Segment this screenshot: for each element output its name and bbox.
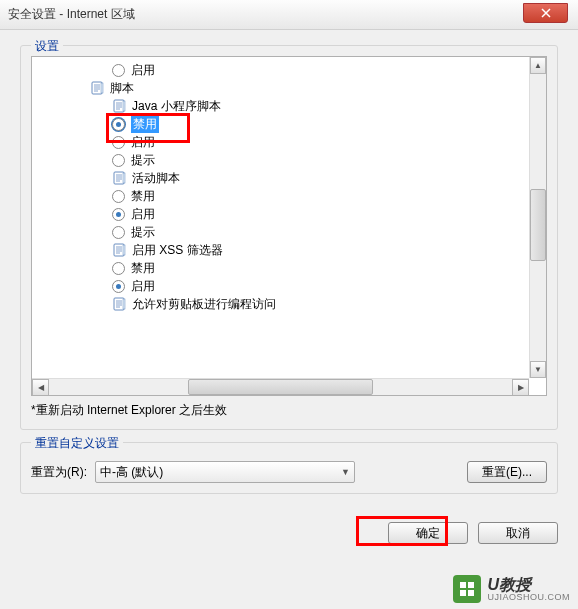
scroll-right-button[interactable]: ▶ (512, 379, 529, 396)
reset-legend: 重置自定义设置 (31, 435, 123, 452)
tree-row: 允许对剪贴板进行编程访问 (32, 295, 546, 313)
chevron-down-icon: ▼ (341, 467, 350, 477)
watermark-main: U教授 (487, 577, 570, 593)
radio-11[interactable] (112, 262, 125, 275)
reset-row: 重置为(R): 中-高 (默认) ▼ 重置(E)... (31, 453, 547, 483)
settings-tree: 启用脚本Java 小程序脚本禁用启用提示活动脚本禁用启用提示启用 XSS 筛选器… (31, 56, 547, 396)
reset-level-combo[interactable]: 中-高 (默认) ▼ (95, 461, 355, 483)
dialog-buttons: 确定 取消 (0, 516, 578, 556)
item-label: 启用 (131, 278, 155, 295)
script-icon (112, 98, 128, 114)
radio-0[interactable] (112, 64, 125, 77)
dialog-body: 设置 启用脚本Java 小程序脚本禁用启用提示活动脚本禁用启用提示启用 XSS … (0, 30, 578, 516)
item-label: 启用 (131, 62, 155, 79)
scroll-down-button[interactable]: ▼ (530, 361, 546, 378)
svg-rect-8 (114, 298, 124, 310)
svg-rect-9 (123, 299, 125, 309)
scroll-track[interactable] (530, 74, 546, 361)
hscroll-thumb[interactable] (188, 379, 373, 395)
horizontal-scrollbar[interactable]: ◀ ▶ (32, 378, 529, 395)
close-icon (541, 8, 551, 18)
script-icon (112, 242, 128, 258)
settings-fieldset: 设置 启用脚本Java 小程序脚本禁用启用提示活动脚本禁用启用提示启用 XSS … (20, 45, 558, 430)
svg-rect-4 (114, 172, 124, 184)
svg-rect-7 (123, 245, 125, 255)
combo-value: 中-高 (默认) (100, 464, 163, 481)
scroll-up-button[interactable]: ▲ (530, 57, 546, 74)
item-label: Java 小程序脚本 (132, 98, 221, 115)
radio-3[interactable] (112, 118, 125, 131)
svg-rect-6 (114, 244, 124, 256)
watermark-sub: UJIAOSHOU.COM (487, 593, 570, 602)
settings-legend: 设置 (31, 38, 63, 55)
tree-row: Java 小程序脚本 (32, 97, 546, 115)
tree-row[interactable]: 禁用 (32, 187, 546, 205)
tree-row: 启用 XSS 筛选器 (32, 241, 546, 259)
scroll-left-button[interactable]: ◀ (32, 379, 49, 396)
tree-row[interactable]: 提示 (32, 223, 546, 241)
reset-fieldset: 重置自定义设置 重置为(R): 中-高 (默认) ▼ 重置(E)... (20, 442, 558, 494)
item-label: 启用 (131, 134, 155, 151)
reset-button[interactable]: 重置(E)... (467, 461, 547, 483)
reset-label: 重置为(R): (31, 464, 87, 481)
windows-icon (459, 581, 475, 597)
item-label: 允许对剪贴板进行编程访问 (132, 296, 276, 313)
window-title: 安全设置 - Internet 区域 (8, 6, 135, 23)
svg-rect-3 (123, 101, 125, 111)
watermark-text: U教授 UJIAOSHOU.COM (487, 577, 570, 602)
item-label: 提示 (131, 224, 155, 241)
close-button[interactable] (523, 3, 568, 23)
svg-rect-1 (101, 83, 103, 93)
svg-rect-11 (468, 582, 474, 588)
radio-12[interactable] (112, 280, 125, 293)
script-icon (112, 296, 128, 312)
tree-row[interactable]: 禁用 (32, 115, 546, 133)
item-label: 脚本 (110, 80, 134, 97)
svg-rect-10 (460, 582, 466, 588)
watermark-badge (453, 575, 481, 603)
tree-row: 活动脚本 (32, 169, 546, 187)
tree-row: 脚本 (32, 79, 546, 97)
item-label: 禁用 (131, 188, 155, 205)
script-icon (112, 170, 128, 186)
radio-4[interactable] (112, 136, 125, 149)
tree-row[interactable]: 启用 (32, 61, 546, 79)
svg-rect-0 (92, 82, 102, 94)
item-label: 禁用 (131, 260, 155, 277)
item-label: 提示 (131, 152, 155, 169)
svg-rect-12 (460, 590, 466, 596)
script-icon (90, 80, 106, 96)
tree-row[interactable]: 禁用 (32, 259, 546, 277)
svg-rect-5 (123, 173, 125, 183)
hscroll-track[interactable] (49, 379, 512, 395)
radio-5[interactable] (112, 154, 125, 167)
radio-9[interactable] (112, 226, 125, 239)
tree-row[interactable]: 启用 (32, 277, 546, 295)
ok-button[interactable]: 确定 (388, 522, 468, 544)
tree-row[interactable]: 启用 (32, 205, 546, 223)
tree-row[interactable]: 启用 (32, 133, 546, 151)
item-label: 活动脚本 (132, 170, 180, 187)
item-label: 启用 XSS 筛选器 (132, 242, 223, 259)
vertical-scrollbar[interactable]: ▲ ▼ (529, 57, 546, 378)
item-label: 启用 (131, 206, 155, 223)
item-label: 禁用 (131, 116, 159, 133)
radio-7[interactable] (112, 190, 125, 203)
radio-8[interactable] (112, 208, 125, 221)
svg-rect-2 (114, 100, 124, 112)
scroll-thumb[interactable] (530, 189, 546, 261)
tree-row[interactable]: 提示 (32, 151, 546, 169)
watermark: U教授 UJIAOSHOU.COM (453, 575, 570, 603)
cancel-button[interactable]: 取消 (478, 522, 558, 544)
svg-rect-13 (468, 590, 474, 596)
restart-note: *重新启动 Internet Explorer 之后生效 (31, 402, 547, 419)
title-bar: 安全设置 - Internet 区域 (0, 0, 578, 30)
tree-content: 启用脚本Java 小程序脚本禁用启用提示活动脚本禁用启用提示启用 XSS 筛选器… (32, 57, 546, 377)
